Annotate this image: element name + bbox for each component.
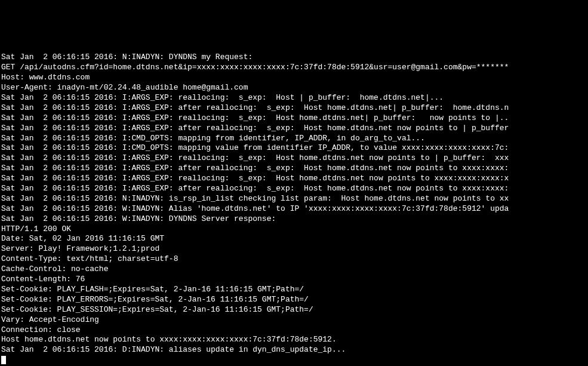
log-line: Sat Jan 2 06:16:15 2016: I:CMD_OPTS: map…: [1, 143, 587, 153]
log-line: Sat Jan 2 06:16:15 2016: I:ARGS_EXP: aft…: [1, 184, 587, 194]
terminal-cursor: [1, 356, 6, 364]
log-line: Connection: close: [1, 325, 587, 336]
log-line: Sat Jan 2 06:16:15 2016: W:INADYN: Alias…: [1, 204, 587, 214]
log-line: Sat Jan 2 06:16:15 2016: I:ARGS_EXP: aft…: [1, 124, 587, 134]
log-line: Host: www.dtdns.com: [1, 73, 587, 83]
log-line: Sat Jan 2 06:16:15 2016: N:INADYN: is_rs…: [1, 194, 587, 204]
log-line: Sat Jan 2 06:16:15 2016: I:ARGS_EXP: rea…: [1, 153, 587, 164]
log-line: Date: Sat, 02 Jan 2016 11:16:15 GMT: [1, 234, 587, 244]
log-line: Set-Cookie: PLAY_SESSION=;Expires=Sat, 2…: [1, 305, 587, 315]
log-line: Set-Cookie: PLAY_ERRORS=;Expires=Sat, 2-…: [1, 295, 587, 305]
log-line: GET /api/autodns.cfm?id=home.dtdns.net&i…: [1, 63, 587, 73]
log-line: Vary: Accept-Encoding: [1, 315, 587, 325]
log-line: Cache-Control: no-cache: [1, 264, 587, 275]
log-line: Sat Jan 2 06:16:15 2016: I:ARGS_EXP: aft…: [1, 103, 587, 113]
log-line: Sat Jan 2 06:16:15 2016: I:ARGS_EXP: rea…: [1, 93, 587, 103]
log-line: User-Agent: inadyn-mt/02.24.48_audible h…: [1, 83, 587, 93]
log-line: HTTP/1.1 200 OK: [1, 224, 587, 235]
log-line: Host home.dtdns.net now points to xxxx:x…: [1, 335, 587, 345]
log-line: Sat Jan 2 06:16:15 2016: I:ARGS_EXP: aft…: [1, 164, 587, 174]
log-line: Set-Cookie: PLAY_FLASH=;Expires=Sat, 2-J…: [1, 285, 587, 295]
log-line: Server: Play! Framework;1.2.1;prod: [1, 244, 587, 254]
log-line: Sat Jan 2 06:16:15 2016: I:CMD_OPTS: map…: [1, 134, 587, 144]
log-line: Sat Jan 2 06:16:15 2016: I:ARGS_EXP: rea…: [1, 174, 587, 184]
log-line: Sat Jan 2 06:16:15 2016: D:INADYN: alias…: [1, 345, 587, 355]
log-line: Sat Jan 2 06:16:15 2016: I:ARGS_EXP: rea…: [1, 113, 587, 124]
log-line: Content-Type: text/html; charset=utf-8: [1, 254, 587, 264]
log-line: Sat Jan 2 06:16:15 2016: N:INADYN: DYNDN…: [1, 53, 587, 63]
log-line: Sat Jan 2 06:16:15 2016: W:INADYN: DYNDN…: [1, 214, 587, 224]
log-line: Content-Length: 76: [1, 275, 587, 285]
terminal-output[interactable]: Sat Jan 2 06:16:15 2016: N:INADYN: DYNDN…: [0, 50, 588, 366]
